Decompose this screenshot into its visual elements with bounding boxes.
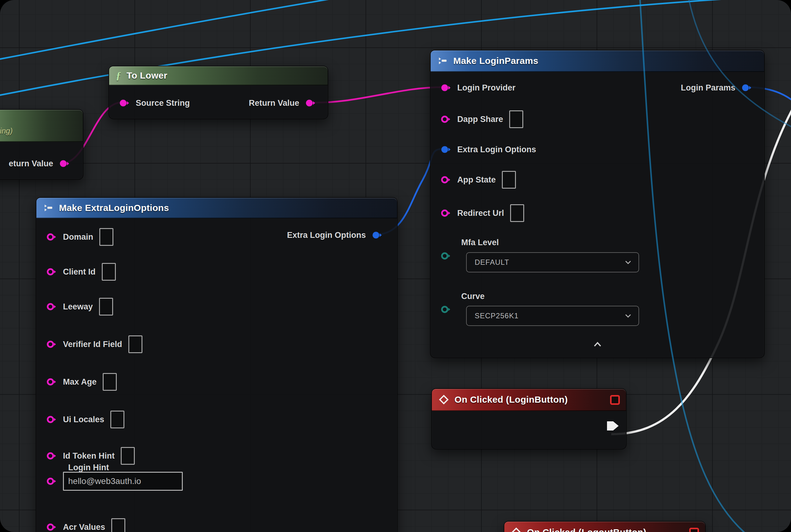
struct-pin-connected[interactable] <box>741 83 752 92</box>
string-pin[interactable] <box>46 233 57 241</box>
make-struct-icon <box>43 203 54 212</box>
string-pin[interactable] <box>46 523 57 531</box>
pin-label-curve: Curve <box>461 292 485 301</box>
node-title: Make ExtraLoginOptions <box>59 203 169 213</box>
string-pin-connected[interactable] <box>441 83 451 92</box>
string-pin[interactable] <box>46 268 57 276</box>
pin-label-return-value: eturn Value <box>8 159 53 169</box>
delegate-pin[interactable] <box>610 395 620 405</box>
pin-label-extra-login-options-out: Extra Login Options <box>287 230 366 240</box>
acr-values-text-field[interactable] <box>111 518 125 532</box>
pin-label-verifier-id-field: Verifier Id Field <box>63 340 122 349</box>
max-age-text-field[interactable] <box>103 373 117 391</box>
pin-label-extra-login-options-in: Extra Login Options <box>457 145 536 154</box>
node-title: On Clicked (LoginButton) <box>455 394 567 405</box>
enum-pin[interactable] <box>441 305 451 314</box>
struct-pin-connected[interactable] <box>441 145 451 154</box>
node-subtitle-fragment: ox (String) <box>0 127 13 135</box>
string-pin[interactable] <box>441 209 451 217</box>
event-icon <box>511 527 521 532</box>
pin-label-dapp-share: Dapp Share <box>457 115 503 124</box>
node-header[interactable]: Make ExtraLoginOptions <box>36 198 397 218</box>
function-icon: ƒ <box>116 70 121 81</box>
chevron-down-icon <box>625 261 631 264</box>
string-pin-connected[interactable] <box>59 159 70 168</box>
node-make-login-params[interactable]: Make LoginParams Login Provider Dapp Sha… <box>430 50 765 358</box>
client-id-text-field[interactable] <box>102 263 116 281</box>
string-pin[interactable] <box>441 175 451 184</box>
pin-label-redirect-url: Redirect Url <box>457 209 504 218</box>
pin-label-acr-values: Acr Values <box>63 522 105 532</box>
pin-label-id-token-hint: Id Token Hint <box>63 451 115 461</box>
pin-label-leeway: Leeway <box>63 302 93 311</box>
mfa-level-value: DEFAULT <box>475 258 509 267</box>
string-pin[interactable] <box>46 477 57 486</box>
pin-label-ui-locales: Ui Locales <box>63 415 104 424</box>
node-header[interactable]: On Clicked (LoginButton) <box>432 389 626 411</box>
exec-pin-out[interactable] <box>606 419 620 432</box>
mfa-level-dropdown[interactable]: DEFAULT <box>466 252 639 272</box>
pin-label-login-provider: Login Provider <box>457 83 516 93</box>
node-title: Make LoginParams <box>453 56 538 66</box>
chevron-down-icon <box>625 314 631 318</box>
node-header[interactable]: ƒ To Lower <box>109 66 328 85</box>
pin-label-client-id: Client Id <box>63 267 96 277</box>
event-icon <box>439 394 449 405</box>
pin-label-login-params-out: Login Params <box>681 83 735 93</box>
id-token-hint-text-field[interactable] <box>121 447 135 465</box>
delegate-pin[interactable] <box>689 528 699 532</box>
domain-text-field[interactable] <box>99 228 113 246</box>
make-struct-icon <box>437 56 448 65</box>
node-title: On Clicked (LogoutButton) <box>527 527 647 532</box>
node-header[interactable]: On Clicked (LogoutButton) <box>504 521 705 532</box>
ui-locales-text-field[interactable] <box>110 411 124 429</box>
string-pin[interactable] <box>46 302 57 311</box>
collapse-node-button[interactable] <box>592 341 603 348</box>
enum-pin[interactable] <box>441 252 451 260</box>
string-pin[interactable] <box>46 340 57 348</box>
app-state-text-field[interactable] <box>502 171 516 189</box>
pin-label-max-age: Max Age <box>63 377 97 387</box>
struct-pin-connected[interactable] <box>372 231 382 240</box>
pin-label-login-hint: Login Hint <box>68 463 109 472</box>
login-hint-input[interactable] <box>63 472 183 491</box>
curve-dropdown[interactable]: SECP256K1 <box>466 306 639 326</box>
node-get-selected-option-partial[interactable]: tion ox (String) eturn Value <box>0 109 83 180</box>
node-header[interactable]: Make LoginParams <box>431 51 764 72</box>
leeway-text-field[interactable] <box>99 298 113 316</box>
wire-blue-topleft-1 <box>0 0 357 60</box>
node-make-extra-login-options[interactable]: Make ExtraLoginOptions Domain Client Id … <box>36 197 398 532</box>
string-pin[interactable] <box>441 115 451 124</box>
redirect-url-text-field[interactable] <box>510 204 524 222</box>
pin-label-domain: Domain <box>63 232 93 242</box>
blueprint-editor: tion ox (String) eturn Value ƒ To Lower … <box>0 0 791 532</box>
string-pin-connected[interactable] <box>305 99 316 107</box>
node-to-lower[interactable]: ƒ To Lower Source String Return Value <box>109 66 328 119</box>
pin-label-app-state: App State <box>457 175 496 185</box>
string-pin[interactable] <box>46 415 57 424</box>
node-on-clicked-logout-button[interactable]: On Clicked (LogoutButton) <box>504 521 706 532</box>
node-title: To Lower <box>127 70 168 81</box>
pin-label-mfa-level: Mfa Level <box>461 238 499 247</box>
blueprint-graph-canvas[interactable]: tion ox (String) eturn Value ƒ To Lower … <box>0 0 791 532</box>
verifier-id-text-field[interactable] <box>128 336 142 353</box>
pin-label-source-string: Source String <box>136 98 190 108</box>
string-pin[interactable] <box>46 452 57 460</box>
string-pin[interactable] <box>46 378 57 386</box>
node-header[interactable]: tion ox (String) <box>0 110 83 142</box>
node-on-clicked-login-button[interactable]: On Clicked (LoginButton) <box>431 388 626 450</box>
pin-label-return-value: Return Value <box>249 98 299 108</box>
curve-value: SECP256K1 <box>475 311 519 320</box>
wire-magenta-tolower-to-loginprovider <box>309 87 443 103</box>
dapp-share-text-field[interactable] <box>509 110 523 128</box>
string-pin-connected[interactable] <box>119 99 130 107</box>
